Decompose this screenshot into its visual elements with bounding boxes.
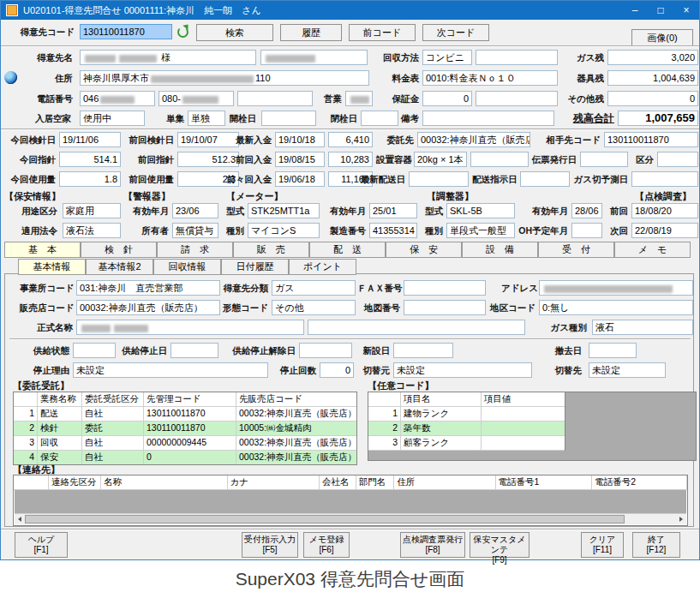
container-field[interactable]: 20kg × 1本 [414,152,467,167]
subtab-basic-info2[interactable]: 基本情報2 [86,259,153,275]
official-name-field[interactable] [76,320,304,335]
safety-master-button[interactable]: 保安マスタメンテ[F9] [470,532,529,558]
phone1-field[interactable]: 046 [80,91,155,106]
tab-billing[interactable]: 請 求 [157,242,233,258]
table-row[interactable]: 1 配送 自社 130110011870 00032:神奈川直売（販売店） [14,407,356,422]
inspection-next-field[interactable]: 22/08/19 [631,223,698,238]
scrollbar-thumb[interactable] [25,515,625,523]
tab-delivery[interactable]: 配 送 [309,242,386,258]
table-row[interactable]: 2 築年数 [368,422,565,436]
equipment-balance-field[interactable]: 1,004,639 [607,70,698,86]
memo-register-button[interactable]: メモ登録[F6] [303,532,350,558]
customer-class-field[interactable]: ガス [272,280,356,296]
refresh-icon[interactable] [177,27,188,38]
tab-reading[interactable]: 検 針 [81,242,157,258]
subtab-basic-info[interactable]: 基本情報 [18,259,86,275]
clear-button[interactable]: クリア[F11] [581,532,624,558]
tab-safety[interactable]: 保 安 [386,242,462,258]
mail-address-field[interactable] [539,280,693,296]
inspection-prev-field[interactable]: 18/08/20 [631,203,698,218]
current-reading-date-field[interactable]: 19/11/06 [59,132,121,147]
prev-payment-amount-field[interactable]: 10,283 [328,152,373,167]
supply-state-field[interactable] [73,343,116,358]
prev-code-button[interactable]: 前コード [349,24,416,41]
note-field[interactable] [422,111,554,126]
table-row[interactable]: 3 回収 自社 000000009445 00032:神奈川直売（販売店） [14,436,356,451]
subtab-date-history[interactable]: 日付履歴 [221,259,289,275]
sales-field[interactable] [345,91,373,106]
tab-equipment[interactable]: 設 備 [462,242,538,258]
meter-kind-field[interactable]: マイコンS [248,223,320,238]
official-name-field2[interactable] [308,320,525,335]
container-field2[interactable] [470,152,529,167]
help-button[interactable]: ヘルプ[F1] [15,532,68,558]
tab-basic[interactable]: 基 本 [4,242,81,258]
supply-stop-release-field[interactable] [299,343,352,358]
meter-expiry-field[interactable]: 25/01 [369,203,417,218]
reception-input-button[interactable]: 受付指示入力[F5] [242,532,298,558]
current-usage-field[interactable]: 1.8 [59,171,121,187]
meter-model-field[interactable]: STK25MTT1a [248,203,320,218]
close-button[interactable]: × [673,1,699,20]
district-code-field[interactable]: 0:無し [539,300,693,315]
form-code-field[interactable]: その他 [272,300,356,315]
supply-stop-date-field[interactable] [171,343,218,358]
regulator-model-field[interactable]: SKL-5B [446,203,515,218]
deposit-field2[interactable] [476,91,558,106]
switch-from-field[interactable]: 未設定 [393,362,532,378]
occupancy-field[interactable]: 使用中 [80,111,145,126]
table-row[interactable]: 1 建物ランク [368,407,565,422]
consignee-field[interactable]: 00032:神奈川直売（販売店） [417,132,530,147]
horizontal-scrollbar[interactable] [15,513,686,524]
switch-to-field[interactable]: 未設定 [589,362,666,378]
gas-out-forecast-field[interactable] [631,171,698,187]
regulator-expiry-field[interactable]: 28/06 [571,203,602,218]
phone2-field[interactable]: 080- [159,91,234,106]
minimize-button[interactable]: – [622,1,648,20]
alarm-owner-field[interactable]: 無償貸与 [172,223,218,238]
tab-sales[interactable]: 販 売 [233,242,309,258]
open-date-field[interactable] [261,111,316,126]
search-button[interactable]: 検索 [196,24,273,41]
image-button[interactable]: 画像(0) [631,29,693,46]
prev2-payment-date-field[interactable]: 19/06/18 [275,171,325,187]
delivery-instruction-field[interactable] [520,171,570,187]
partner-code-field[interactable]: 130110011870 [604,132,698,147]
customer-kana-field[interactable] [260,50,368,65]
customer-name-field[interactable]: 様 [80,50,256,65]
tab-memo[interactable]: メ モ [614,242,691,258]
map-number-field[interactable] [404,300,486,315]
stop-reason-field[interactable]: 未設定 [73,362,268,378]
gas-type-field[interactable]: 液石 [592,320,693,335]
office-code-field[interactable]: 031:神奈川 直売営業部 [76,280,220,296]
current-reading-field[interactable]: 514.1 [59,152,121,167]
scroll-right-icon[interactable] [676,514,686,524]
collect-method-field[interactable]: コンビニ [422,50,472,65]
regulator-kind-field[interactable]: 単段式一般型 [446,223,515,238]
prev-payment-date-field[interactable]: 19/08/15 [275,152,325,167]
maximize-button[interactable]: □ [648,1,673,20]
deposit-field[interactable]: 0 [422,91,472,106]
globe-icon[interactable] [4,71,17,84]
applicable-law-field[interactable]: 液石法 [63,223,121,238]
subtab-collection[interactable]: 回収情報 [153,259,221,275]
address-field[interactable]: 神奈川県厚木市110 [80,70,369,86]
oh-schedule-field[interactable] [571,223,602,238]
phone3-field[interactable] [237,91,313,106]
usage-kubun-field[interactable]: 家庭用 [63,203,121,218]
gas-balance-field[interactable]: 3,020 [607,50,698,65]
subtab-point[interactable]: ポイント [289,259,356,275]
close-date-field[interactable] [361,111,398,126]
alarm-expiry-field[interactable]: 23/06 [172,203,218,218]
table-row[interactable]: 2 検針 委託 130110011870 10005:㈱金城精肉 [14,422,356,436]
latest-payment-amount-field[interactable]: 6,410 [328,132,373,147]
new-date-field[interactable] [393,343,453,358]
inspection-sheet-button[interactable]: 点検調査票発行[F8] [400,532,465,558]
history-button[interactable]: 履歴 [280,24,342,41]
other-balance-field[interactable]: 0 [607,91,698,106]
customer-code-input[interactable]: 130110011870 [80,24,172,39]
next-code-button[interactable]: 次コード [422,24,489,41]
kubun-field[interactable] [657,152,698,167]
collect-method-field2[interactable] [476,50,558,65]
stop-count-field[interactable]: 0 [320,362,354,378]
